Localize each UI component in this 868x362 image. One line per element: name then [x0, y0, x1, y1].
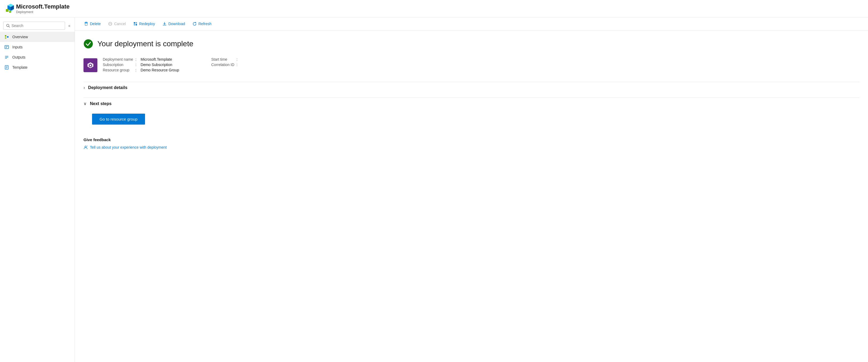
- correlation-id-value: [242, 63, 258, 68]
- download-label: Download: [168, 22, 185, 26]
- sidebar: « Overview Inputs: [0, 18, 75, 362]
- search-container: «: [0, 20, 75, 32]
- svg-line-32: [87, 146, 88, 146]
- deployment-name-label: Deployment name: [103, 57, 135, 63]
- svg-point-31: [85, 146, 86, 147]
- deployment-icon: [84, 58, 97, 72]
- app-title: Microsoft.Template: [16, 3, 69, 10]
- next-steps-title: Next steps: [90, 101, 112, 106]
- overview-icon: [4, 34, 9, 39]
- redeploy-button[interactable]: Redeploy: [131, 20, 158, 28]
- sidebar-item-label: Inputs: [12, 45, 23, 49]
- delete-button[interactable]: Delete: [81, 20, 103, 28]
- delete-icon: [84, 22, 88, 26]
- download-button[interactable]: Download: [160, 20, 188, 28]
- content-area: Delete Cancel Redepl: [75, 18, 868, 362]
- svg-line-7: [9, 27, 10, 28]
- start-time-value: [242, 57, 258, 63]
- app-title-group: Microsoft.Template Deployment: [16, 3, 69, 14]
- start-time-label: Start time: [195, 57, 236, 63]
- app-subtitle: Deployment: [16, 10, 69, 14]
- next-steps-section: ∨ Next steps Go to resource group: [84, 98, 860, 129]
- inputs-icon: [4, 45, 9, 50]
- chevron-right-icon: ›: [84, 85, 85, 90]
- template-icon: [4, 65, 9, 70]
- sidebar-item-outputs[interactable]: Outputs: [0, 52, 75, 62]
- search-icon: [6, 24, 10, 28]
- main-layout: « Overview Inputs: [0, 18, 868, 362]
- search-input[interactable]: [11, 24, 62, 28]
- sidebar-item-overview[interactable]: Overview: [0, 32, 75, 42]
- deployment-name-colon: :: [135, 57, 141, 63]
- start-time-colon: :: [237, 57, 242, 63]
- svg-rect-27: [134, 24, 135, 25]
- cancel-icon: [108, 22, 113, 26]
- search-box[interactable]: [3, 22, 65, 30]
- deployment-details-title: Deployment details: [88, 85, 127, 90]
- resource-group-value: Demo Resource Group: [141, 68, 195, 73]
- svg-rect-28: [136, 24, 137, 25]
- sidebar-item-label: Overview: [12, 35, 28, 39]
- deployment-info: Deployment name : Microsoft.Template Sta…: [84, 57, 860, 73]
- resource-group-colon: :: [135, 68, 141, 73]
- feedback-section: Give feedback Tell us about your experie…: [84, 137, 860, 150]
- sidebar-item-template[interactable]: Template: [0, 62, 75, 72]
- feedback-link-text: Tell us about your experience with deplo…: [90, 145, 167, 150]
- correlation-id-label: Correlation ID: [195, 63, 236, 68]
- svg-point-10: [7, 36, 8, 38]
- refresh-icon: [192, 22, 197, 26]
- subscription-colon: :: [135, 63, 141, 68]
- deployment-status: Your deployment is complete: [84, 39, 860, 48]
- svg-point-8: [5, 35, 6, 37]
- chevron-down-icon: ∨: [84, 101, 87, 106]
- svg-point-29: [84, 39, 93, 48]
- cancel-label: Cancel: [114, 22, 126, 26]
- app-container: Microsoft.Template Deployment «: [0, 0, 868, 362]
- feedback-icon: [84, 145, 88, 150]
- refresh-button[interactable]: Refresh: [190, 20, 214, 28]
- subscription-row: Subscription : Demo Subscription Correla…: [103, 63, 258, 68]
- svg-rect-26: [136, 22, 137, 24]
- svg-rect-22: [85, 23, 88, 23]
- svg-rect-21: [85, 22, 87, 23]
- outputs-icon: [4, 55, 9, 60]
- azure-logo-icon: [5, 3, 16, 14]
- deployment-name-value: Microsoft.Template: [141, 57, 195, 63]
- success-icon: [84, 39, 93, 48]
- subscription-value: Demo Subscription: [141, 63, 195, 68]
- svg-rect-30: [90, 65, 91, 66]
- delete-label: Delete: [90, 22, 101, 26]
- subscription-label: Subscription: [103, 63, 135, 68]
- toolbar: Delete Cancel Redepl: [75, 18, 868, 31]
- collapse-sidebar-button[interactable]: «: [67, 23, 71, 29]
- sidebar-item-label: Template: [12, 65, 28, 69]
- svg-rect-11: [5, 45, 8, 48]
- resource-group-label: Resource group: [103, 68, 135, 73]
- feedback-link[interactable]: Tell us about your experience with deplo…: [84, 145, 860, 150]
- feedback-title: Give feedback: [84, 137, 860, 142]
- page-header: Microsoft.Template Deployment: [0, 0, 868, 18]
- redeploy-label: Redeploy: [139, 22, 155, 26]
- correlation-id-colon: :: [237, 63, 242, 68]
- svg-rect-5: [9, 11, 11, 13]
- redeploy-icon: [133, 22, 137, 26]
- sidebar-item-inputs[interactable]: Inputs: [0, 42, 75, 52]
- deployment-details-header[interactable]: › Deployment details: [84, 82, 860, 93]
- cancel-button[interactable]: Cancel: [105, 20, 128, 28]
- deployment-details-section: › Deployment details: [84, 82, 860, 93]
- deployment-status-title: Your deployment is complete: [97, 40, 193, 48]
- svg-rect-4: [6, 9, 8, 12]
- sidebar-item-label: Outputs: [12, 55, 25, 59]
- download-icon: [162, 22, 167, 26]
- resource-group-row: Resource group : Demo Resource Group: [103, 68, 258, 73]
- go-to-resource-group-button[interactable]: Go to resource group: [92, 113, 145, 125]
- svg-rect-25: [134, 22, 135, 24]
- main-content: Your deployment is complete: [75, 31, 868, 158]
- refresh-label: Refresh: [198, 22, 211, 26]
- next-steps-header[interactable]: ∨ Next steps: [84, 98, 860, 109]
- deployment-name-row: Deployment name : Microsoft.Template Sta…: [103, 57, 258, 63]
- svg-point-9: [5, 37, 6, 39]
- next-steps-content: Go to resource group: [84, 109, 860, 129]
